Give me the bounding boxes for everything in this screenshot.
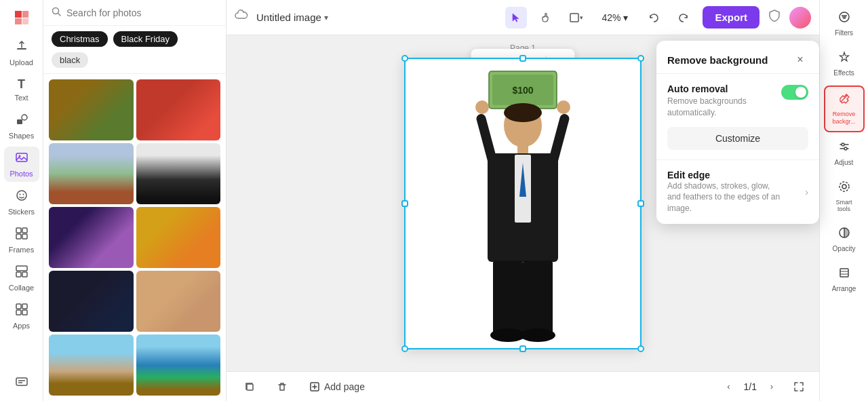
rp-item-filters[interactable]: Filters	[824, 5, 865, 43]
redo-button[interactable]	[673, 7, 694, 28]
chevron-down-icon: ▾	[324, 13, 328, 22]
rp-item-effects[interactable]: Effects	[824, 45, 865, 83]
fullscreen-button[interactable]	[789, 377, 808, 396]
select-tool-button[interactable]	[505, 7, 527, 28]
cloud-icon	[235, 9, 248, 26]
svg-point-45	[475, 100, 489, 114]
app-logo[interactable]	[9, 5, 34, 30]
sidebar-item-stickers-label: Stickers	[8, 208, 35, 216]
canvas-frame[interactable]: $100	[404, 58, 642, 349]
svg-rect-12	[16, 266, 27, 271]
shield-icon[interactable]	[768, 9, 781, 26]
sidebar-item-photos[interactable]: Photos	[4, 147, 39, 182]
rp-filters-label: Filters	[835, 29, 853, 37]
svg-point-7	[22, 194, 24, 195]
edit-edge-desc: Add shadows, strokes, glow, and feathers…	[667, 180, 783, 214]
stickers-icon	[15, 189, 28, 206]
sidebar-item-collage-label: Collage	[9, 284, 34, 292]
search-bar	[43, 0, 226, 26]
rp-item-adjust[interactable]: Adjust	[824, 135, 865, 172]
prev-page-button[interactable]: ‹	[719, 377, 738, 396]
svg-rect-18	[22, 310, 27, 315]
handle-bottom-left[interactable]	[401, 345, 408, 352]
rp-item-smart-tools[interactable]: Smarttools	[824, 175, 865, 219]
handle-bottom-middle[interactable]	[519, 345, 526, 352]
photo-thumb[interactable]	[136, 335, 221, 396]
upload-icon	[15, 39, 28, 56]
svg-rect-62	[840, 269, 848, 277]
top-bar: Untitled image ▾ ▾ 42% ▾ Export	[226, 0, 819, 35]
svg-point-60	[842, 185, 846, 189]
svg-point-61	[840, 182, 849, 191]
photo-thumb[interactable]	[136, 143, 221, 204]
undo-button[interactable]	[643, 7, 665, 28]
sidebar-item-frames[interactable]: Frames	[4, 223, 39, 258]
document-title[interactable]: Untitled image ▾	[256, 12, 328, 23]
handle-top-right[interactable]	[637, 55, 644, 62]
photo-thumb[interactable]	[49, 207, 134, 268]
toggle-track[interactable]	[781, 85, 808, 100]
tag-christmas[interactable]: Christmas	[52, 31, 108, 47]
photo-thumb[interactable]	[136, 79, 221, 140]
tag-black-friday[interactable]: Black Friday	[113, 31, 178, 47]
rp-item-arrange[interactable]: Arrange	[824, 261, 865, 299]
avatar[interactable]	[789, 7, 811, 28]
collage-icon	[15, 265, 28, 282]
photo-thumb[interactable]	[49, 79, 134, 140]
sidebar-item-apps[interactable]: Apps	[4, 299, 39, 334]
sidebar-item-photos-label: Photos	[9, 170, 33, 178]
sidebar-item-text-label: Text	[14, 94, 28, 102]
svg-rect-9	[22, 228, 27, 233]
svg-point-46	[557, 100, 570, 114]
hand-tool-button[interactable]	[535, 7, 557, 28]
frames-icon	[15, 227, 28, 244]
next-page-button[interactable]: ›	[762, 377, 781, 396]
handle-middle-right[interactable]	[637, 200, 644, 207]
doc-title-text: Untitled image	[256, 12, 321, 23]
sidebar-item-stickers[interactable]: Stickers	[4, 185, 39, 220]
handle-top-middle[interactable]	[519, 55, 526, 62]
frame-tool-button[interactable]: ▾	[565, 7, 587, 28]
sidebar-item-text[interactable]: T Text	[4, 73, 39, 106]
rp-adjust-label: Adjust	[835, 159, 854, 167]
svg-rect-13	[16, 272, 21, 277]
sidebar-item-shapes[interactable]: Shapes	[4, 109, 39, 144]
svg-rect-1	[17, 119, 22, 124]
auto-removal-desc: Remove backgrounds automatically.	[667, 96, 781, 119]
sidebar-item-upload[interactable]: Upload	[4, 35, 39, 71]
svg-rect-16	[22, 304, 27, 309]
svg-rect-37	[517, 142, 528, 155]
edit-edge-section[interactable]: Edit edge Add shadows, strokes, glow, an…	[656, 160, 819, 224]
delete-page-button[interactable]	[270, 377, 294, 396]
duplicate-page-button[interactable]	[237, 377, 262, 396]
zoom-control[interactable]: 42% ▾	[595, 7, 635, 28]
handle-bottom-right[interactable]	[637, 345, 644, 352]
svg-point-57	[842, 143, 844, 146]
adjust-icon	[838, 140, 850, 156]
sidebar-item-frames-label: Frames	[9, 246, 34, 254]
svg-rect-42	[523, 261, 553, 335]
popup-close-button[interactable]: ×	[792, 52, 808, 68]
rp-item-opacity[interactable]: Opacity	[824, 221, 865, 259]
sidebar-item-captions[interactable]	[4, 370, 39, 396]
rp-smart-tools-label: Smarttools	[835, 199, 852, 214]
photo-thumb[interactable]	[49, 271, 134, 332]
handle-top-left[interactable]	[401, 55, 408, 62]
captions-icon	[15, 375, 28, 392]
svg-line-23	[58, 14, 61, 16]
rp-item-remove-bg[interactable]: Removebackgr...	[824, 85, 865, 132]
tag-black[interactable]: black	[52, 52, 88, 68]
photo-thumb[interactable]	[136, 207, 221, 268]
handle-middle-left[interactable]	[401, 200, 408, 207]
auto-removal-toggle[interactable]	[781, 85, 808, 100]
photo-thumb[interactable]	[49, 335, 134, 396]
svg-rect-11	[22, 234, 27, 239]
search-input[interactable]	[66, 7, 218, 18]
photo-thumb[interactable]	[136, 271, 221, 332]
photo-thumb[interactable]	[49, 143, 134, 204]
add-page-button[interactable]: Add page	[302, 377, 372, 396]
customize-button[interactable]: Customize	[667, 127, 808, 150]
export-button[interactable]: Export	[703, 6, 760, 28]
sidebar-item-collage[interactable]: Collage	[4, 261, 39, 296]
rp-effects-label: Effects	[833, 69, 854, 77]
